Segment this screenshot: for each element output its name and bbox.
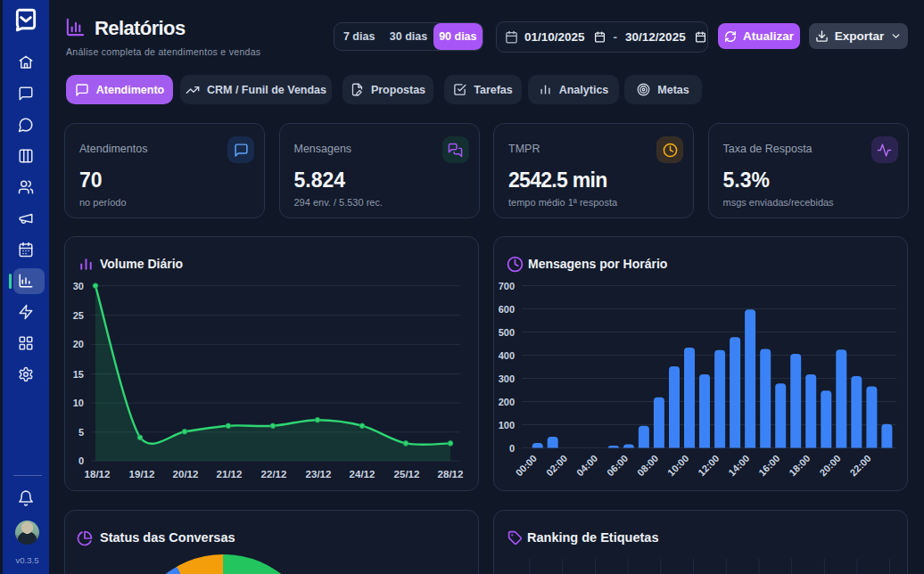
svg-text:18:00: 18:00 bbox=[787, 453, 812, 478]
svg-text:20/12: 20/12 bbox=[173, 469, 199, 480]
svg-text:22/12: 22/12 bbox=[261, 469, 287, 480]
svg-text:20: 20 bbox=[73, 339, 84, 349]
svg-text:23/12: 23/12 bbox=[306, 469, 332, 480]
svg-text:300: 300 bbox=[499, 373, 515, 384]
svg-text:04:00: 04:00 bbox=[574, 453, 599, 478]
svg-text:15: 15 bbox=[73, 369, 84, 380]
svg-text:500: 500 bbox=[499, 327, 515, 338]
svg-text:700: 700 bbox=[499, 281, 515, 291]
svg-text:10: 10 bbox=[73, 398, 84, 408]
svg-text:16:00: 16:00 bbox=[756, 453, 781, 478]
svg-text:0: 0 bbox=[78, 455, 84, 466]
svg-text:10:00: 10:00 bbox=[665, 453, 690, 478]
svg-text:18/12: 18/12 bbox=[85, 469, 111, 480]
svg-text:00:00: 00:00 bbox=[514, 453, 539, 478]
svg-text:06:00: 06:00 bbox=[605, 453, 630, 478]
svg-text:600: 600 bbox=[499, 304, 515, 315]
svg-text:08:00: 08:00 bbox=[635, 453, 660, 478]
svg-text:02:00: 02:00 bbox=[544, 453, 569, 478]
svg-text:24/12: 24/12 bbox=[350, 469, 375, 480]
svg-text:19/12: 19/12 bbox=[129, 469, 155, 480]
svg-text:30: 30 bbox=[73, 281, 84, 291]
svg-text:25: 25 bbox=[73, 310, 84, 321]
svg-text:400: 400 bbox=[499, 350, 515, 361]
svg-text:21/12: 21/12 bbox=[217, 469, 243, 480]
svg-text:0: 0 bbox=[509, 443, 515, 454]
svg-text:22:00: 22:00 bbox=[847, 453, 872, 478]
svg-text:28/12: 28/12 bbox=[438, 469, 464, 480]
svg-text:100: 100 bbox=[499, 420, 515, 430]
svg-text:25/12: 25/12 bbox=[394, 469, 420, 480]
svg-text:14:00: 14:00 bbox=[726, 453, 751, 478]
svg-text:20:00: 20:00 bbox=[817, 453, 842, 478]
svg-text:200: 200 bbox=[499, 397, 515, 407]
svg-text:12:00: 12:00 bbox=[696, 453, 721, 478]
svg-text:5: 5 bbox=[78, 427, 84, 438]
